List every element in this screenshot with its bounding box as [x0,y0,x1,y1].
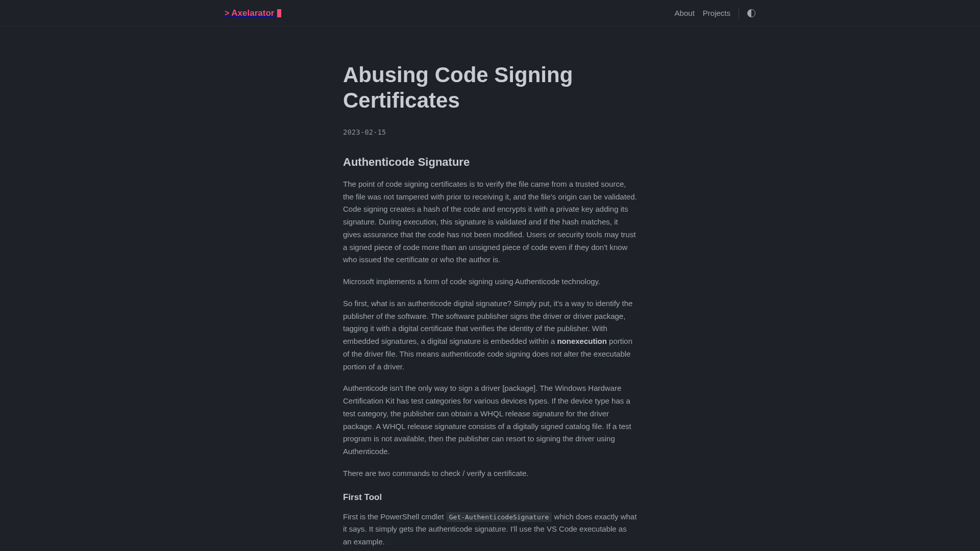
chevron-right-icon: > [225,9,229,18]
theme-toggle-button[interactable] [747,9,755,17]
nav-divider [739,8,739,18]
cursor-icon [277,9,281,17]
nav-about[interactable]: About [675,9,695,17]
article-date: 2023-02-15 [343,128,637,136]
paragraph: There are two commands to check / verify… [343,467,637,480]
section-heading-first-tool: First Tool [343,492,637,503]
logo-text: Axelarator [231,8,274,18]
article-main: Abusing Code Signing Certificates 2023-0… [343,27,637,551]
strong-text: nonexecution [557,337,607,345]
section-heading-authenticode: Authenticode Signature [343,156,637,169]
page-title: Abusing Code Signing Certificates [343,62,637,114]
paragraph: Authenticode isn't the only way to sign … [343,382,637,458]
paragraph: The point of code signing certificates i… [343,178,637,266]
paragraph: First is the PowerShell cmdlet Get-Authe… [343,511,637,548]
site-header: > Axelarator About Projects [0,0,980,27]
paragraph: Microsoft implements a form of code sign… [343,276,637,288]
text-span: First is the PowerShell cmdlet [343,512,446,521]
inline-code: Get-AuthenticodeSignature [446,512,552,522]
nav-projects[interactable]: Projects [703,9,730,17]
paragraph: So first, what is an authenticode digita… [343,297,637,373]
main-nav: About Projects [675,8,755,18]
logo-link[interactable]: > Axelarator [225,8,281,18]
half-circle-icon [747,9,755,17]
